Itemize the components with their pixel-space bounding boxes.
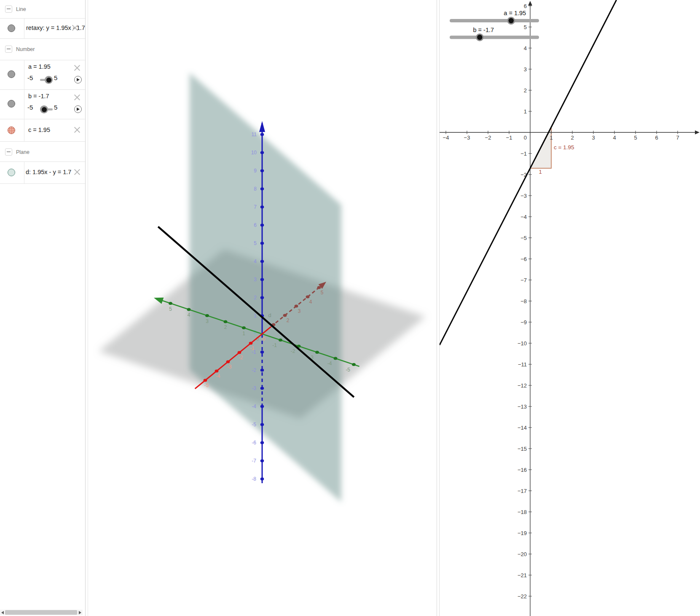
x-axis-dot <box>238 351 241 354</box>
x-axis-dot <box>317 286 321 289</box>
y-axis-dot <box>205 314 209 317</box>
horizontal-scrollbar[interactable] <box>0 610 83 615</box>
z-tick-label: 2 <box>254 295 257 301</box>
line-retaxy-2d[interactable] <box>440 0 617 345</box>
z-axis-dot <box>260 242 264 245</box>
scroll-right-arrow-icon[interactable] <box>79 611 81 614</box>
divider <box>24 119 24 141</box>
section-header-plane: Plane <box>0 142 85 161</box>
x-tick-label: 5 <box>321 290 324 296</box>
z-tick-label: -3 <box>252 385 256 391</box>
scrollbar-thumb[interactable] <box>5 610 77 615</box>
y-tick-label: −5 <box>520 235 527 241</box>
y-axis-dot <box>315 351 319 354</box>
slider-handle[interactable] <box>45 76 53 84</box>
x-axis-dot <box>226 360 230 363</box>
algebra-row-a[interactable]: a = 1.95 -5 5 <box>0 60 85 89</box>
x-tick-label: 1 <box>550 134 552 141</box>
delete-button[interactable] <box>74 65 80 71</box>
slider-handle-core[interactable] <box>509 18 514 23</box>
scroll-left-arrow-icon[interactable] <box>1 611 4 614</box>
object-label: a = 1.95 <box>28 63 51 70</box>
visibility-toggle[interactable] <box>8 169 15 176</box>
delete-button[interactable] <box>72 24 78 31</box>
y-tick-label: −3 <box>520 193 527 199</box>
z-axis-dot <box>260 478 264 481</box>
collapse-icon[interactable] <box>5 46 12 53</box>
y-tick-label: −11 <box>518 361 527 368</box>
z-axis-dot <box>260 278 264 281</box>
visibility-toggle[interactable] <box>8 126 15 134</box>
y-tick-label: −13 <box>518 403 527 410</box>
delete-button[interactable] <box>74 169 80 175</box>
x-tick-label: −3 <box>464 134 470 141</box>
algebra-row-c[interactable]: c = 1.95 <box>0 119 85 142</box>
y-axis-arrow-icon <box>528 1 532 5</box>
y-tick-label: 1 <box>524 108 527 115</box>
collapse-icon[interactable] <box>5 5 12 13</box>
section-title: Plane <box>16 149 30 155</box>
object-label: d: 1.95x - y = 1.7 <box>26 169 71 175</box>
panel-divider[interactable] <box>437 0 437 616</box>
y-axis-dot <box>334 357 338 360</box>
x-tick-label: -2 <box>239 355 243 360</box>
slider-max-label: 5 <box>54 74 57 81</box>
y-tick-label: 3 <box>206 318 209 324</box>
x-tick-label: 2 <box>287 317 290 323</box>
section-title: Number <box>16 46 35 52</box>
collapse-icon[interactable] <box>5 148 12 156</box>
z-axis-dot <box>260 405 264 408</box>
y-axis-dot <box>279 339 282 342</box>
slider-min-label: -5 <box>27 104 33 111</box>
z-tick-label: -5 <box>252 422 256 428</box>
y-axis-dot <box>224 320 228 323</box>
slider-max-label: 5 <box>54 104 57 111</box>
slider-handle[interactable] <box>40 105 48 113</box>
y-tick-label: 2 <box>524 87 527 94</box>
y-tick-label: 3 <box>524 66 527 73</box>
x-zero-label: 0 <box>263 336 266 342</box>
x-tick-label: 5 <box>634 134 637 141</box>
y-tick-label: 4 <box>524 45 527 51</box>
x-tick-label: -5 <box>204 382 209 388</box>
slider-handle-core[interactable] <box>477 35 482 40</box>
slider-min-label: -5 <box>27 74 33 81</box>
y-tick-label: 4 <box>188 312 190 318</box>
delete-button[interactable] <box>74 94 80 101</box>
y-tick-label: −17 <box>518 488 527 494</box>
y-tick-label: 6 <box>524 3 527 9</box>
x-axis-dot <box>283 314 287 317</box>
algebra-row-b[interactable]: b = -1.7 -5 5 <box>0 89 85 119</box>
z-axis-dot <box>260 151 264 154</box>
z-tick-label: 5 <box>254 240 257 246</box>
play-button[interactable] <box>74 105 82 113</box>
x-axis-dot <box>215 370 219 373</box>
play-button[interactable] <box>74 76 82 83</box>
section-header-number: Number <box>0 39 85 60</box>
slider-label-b: b = -1.7 <box>473 27 494 33</box>
x-tick-label: −4 <box>443 134 449 141</box>
y-tick-label: −19 <box>518 530 527 536</box>
y-tick-label: −6 <box>520 256 527 262</box>
algebra-row-retaxy[interactable]: retaxy: y = 1.95x - 1.7 <box>0 18 85 39</box>
visibility-toggle[interactable] <box>8 100 15 108</box>
y-axis-dot <box>187 308 191 311</box>
y-tick-label: -1 <box>272 342 277 348</box>
y-axis-dot <box>242 326 246 329</box>
mini-slider-a[interactable] <box>40 79 53 81</box>
y-tick-label: −18 <box>518 509 527 515</box>
y-axis-dot <box>352 363 356 366</box>
x-tick-label: 7 <box>676 134 679 141</box>
plane-d-label: d <box>268 312 271 318</box>
y-tick-label: 1 <box>242 331 245 336</box>
mini-slider-b[interactable] <box>40 108 53 110</box>
y-tick-label: −10 <box>518 340 527 347</box>
visibility-toggle[interactable] <box>8 24 15 32</box>
visibility-toggle[interactable] <box>8 70 15 78</box>
algebra-row-d[interactable]: d: 1.95x - y = 1.7 <box>0 161 85 184</box>
x-tick-label: 4 <box>309 299 312 305</box>
delete-button[interactable] <box>74 126 80 133</box>
graphics-2d-panel[interactable]: −4−3−2−101234567654321−1−2−3−4−5−6−7−8−9… <box>440 0 700 616</box>
z-axis-dot <box>260 296 264 299</box>
graphics-3d-panel[interactable]: 1234567891011-1-2-3-4-5-6-7-8012345-1-2-… <box>85 0 437 616</box>
